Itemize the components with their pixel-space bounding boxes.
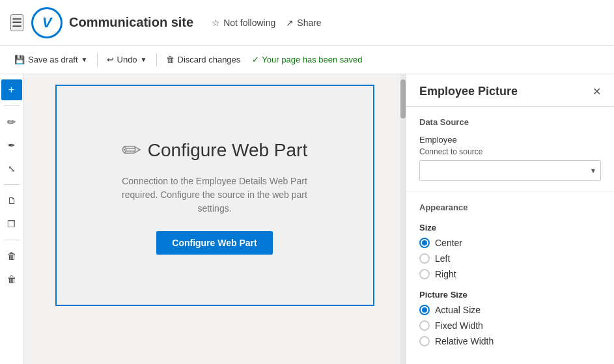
canvas-scroll-thumb — [400, 79, 406, 119]
configure-web-part-button[interactable]: Configure Web Part — [156, 231, 272, 255]
size-radio-left — [419, 253, 430, 264]
undo-button[interactable]: ↩ Undo ▼ — [100, 51, 154, 68]
discard-changes-button[interactable]: 🗑 Discard changes — [160, 51, 247, 68]
sidebar-edit-icon[interactable]: ✏ — [1, 111, 22, 132]
dropdown-chevron-icon: ▾ — [591, 166, 595, 175]
undo-icon: ↩ — [107, 55, 114, 64]
size-radio-right — [419, 269, 430, 279]
picture-size-label: Picture Size — [419, 290, 601, 300]
canvas-area: ✏ Configure Web Part Connection to the E… — [23, 74, 406, 364]
not-following-button[interactable]: ☆ Not following — [212, 18, 275, 28]
appearance-heading: Appearance — [419, 203, 601, 212]
picture-size-radio-actual — [419, 305, 430, 315]
picture-size-radio-group: Actual Size Fixed Width Relative Width — [419, 305, 601, 346]
sidebar-move-icon[interactable]: ⤡ — [1, 158, 22, 179]
pencil-icon: ✒ — [8, 140, 16, 150]
configure-pencil-icon: ✏ — [122, 137, 141, 164]
logo-icon: V — [31, 7, 63, 38]
data-source-section: Data Source Employee Connect to source ▾ — [406, 107, 614, 192]
data-source-heading: Data Source — [419, 117, 601, 127]
discard-icon: 🗑 — [166, 55, 174, 64]
sidebar-pencil-icon[interactable]: ✒ — [1, 135, 22, 156]
logo-container: V Communication site — [31, 7, 193, 38]
panel-header: Employee Picture ✕ — [406, 74, 614, 107]
toolbar: 💾 Save as draft ▼ ↩ Undo ▼ 🗑 Discard cha… — [0, 46, 614, 74]
nav-actions: ☆ Not following ↗ Share — [212, 18, 322, 28]
picture-size-option-relative[interactable]: Relative Width — [419, 336, 601, 346]
page-icon: 🗋 — [7, 195, 16, 206]
picture-size-option-actual[interactable]: Actual Size — [419, 305, 601, 315]
sidebar-delete-icon-2[interactable]: 🗑 — [1, 269, 22, 290]
add-section-button[interactable]: + — [1, 79, 22, 100]
panel-close-button[interactable]: ✕ — [593, 85, 601, 98]
picture-size-actual-label: Actual Size — [435, 305, 481, 315]
add-icon: + — [8, 84, 14, 96]
trash-icon-1: 🗑 — [7, 251, 16, 261]
sidebar-separator-2 — [4, 184, 20, 185]
sidebar-page-icon[interactable]: 🗋 — [1, 190, 22, 211]
edit-icon: ✏ — [7, 116, 16, 128]
toolbar-divider-2 — [156, 53, 157, 66]
left-sidebar: + ✏ ✒ ⤡ 🗋 ❐ 🗑 🗑 — [0, 74, 23, 364]
size-radio-center — [419, 238, 430, 248]
picture-size-radio-fixed — [419, 320, 430, 331]
size-left-label: Left — [435, 253, 450, 264]
picture-size-option-fixed[interactable]: Fixed Width — [419, 320, 601, 331]
size-center-label: Center — [435, 238, 462, 248]
size-option-center[interactable]: Center — [419, 238, 601, 248]
sidebar-delete-icon-1[interactable]: 🗑 — [1, 245, 22, 266]
hamburger-button[interactable]: ☰ — [10, 14, 23, 31]
employee-label: Employee — [419, 135, 601, 145]
undo-chevron-icon: ▼ — [141, 56, 147, 63]
check-icon: ✓ — [252, 55, 259, 64]
save-icon: 💾 — [14, 55, 25, 64]
size-right-label: Right — [435, 269, 456, 279]
trash-icon-2: 🗑 — [7, 274, 16, 285]
size-radio-group: Center Left Right — [419, 238, 601, 279]
connect-to-source-dropdown[interactable]: ▾ — [419, 160, 601, 181]
move-icon: ⤡ — [8, 163, 16, 174]
star-icon: ☆ — [212, 18, 220, 28]
size-label: Size — [419, 223, 601, 232]
share-icon: ↗ — [286, 18, 294, 28]
right-panel: Employee Picture ✕ Data Source Employee … — [406, 74, 614, 364]
sidebar-copy-icon[interactable]: ❐ — [1, 214, 22, 234]
site-title: Communication site — [69, 15, 193, 30]
sidebar-separator-3 — [4, 240, 20, 240]
picture-size-relative-label: Relative Width — [435, 336, 494, 346]
share-button[interactable]: ↗ Share — [286, 18, 321, 28]
sidebar-separator-1 — [4, 105, 20, 106]
picture-size-radio-relative — [419, 336, 430, 346]
save-chevron-icon: ▼ — [81, 56, 88, 63]
panel-title: Employee Picture — [419, 85, 518, 98]
save-as-draft-button[interactable]: 💾 Save as draft ▼ — [8, 51, 94, 68]
picture-size-fixed-label: Fixed Width — [435, 320, 483, 331]
copy-icon: ❐ — [7, 219, 16, 229]
canvas-scrollbar[interactable] — [400, 74, 406, 364]
size-option-right[interactable]: Right — [419, 269, 601, 279]
size-option-left[interactable]: Left — [419, 253, 601, 264]
main-layout: + ✏ ✒ ⤡ 🗋 ❐ 🗑 🗑 ✏ Configure — [0, 74, 614, 364]
toolbar-divider-1 — [97, 53, 98, 66]
saved-message: ✓ Your page has been saved — [252, 55, 362, 64]
configure-title: ✏ Configure Web Part — [122, 137, 307, 164]
configure-description: Connection to the Employee Details Web P… — [117, 175, 313, 216]
web-part-container: ✏ Configure Web Part Connection to the E… — [55, 85, 374, 306]
connect-to-source-label: Connect to source — [419, 147, 601, 156]
top-nav: ☰ V Communication site ☆ Not following ↗… — [0, 0, 614, 46]
appearance-section: Appearance Size Center Left Right Pictur… — [406, 192, 614, 364]
